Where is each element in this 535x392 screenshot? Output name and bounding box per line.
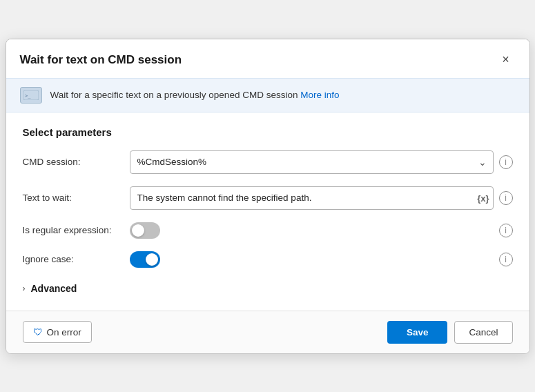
save-button[interactable]: Save: [387, 321, 448, 344]
text-to-wait-input[interactable]: [130, 186, 494, 210]
regex-toggle[interactable]: [130, 222, 160, 239]
ignore-case-toggle-container: [130, 251, 160, 268]
regex-info-icon[interactable]: i: [499, 224, 513, 237]
ignore-case-toggle-knob: [146, 253, 158, 266]
on-error-label: On error: [47, 327, 81, 337]
shield-icon: 🛡: [33, 326, 43, 337]
dialog-body: Select parameters CMD session: %CmdSessi…: [6, 112, 529, 311]
regex-label: Is regular expression:: [23, 225, 130, 235]
ignore-case-label: Ignore case:: [23, 254, 130, 264]
text-to-wait-row: Text to wait: {x} i: [23, 186, 513, 210]
ignore-case-row: Ignore case: i: [23, 251, 513, 268]
cancel-button[interactable]: Cancel: [454, 321, 512, 344]
dialog-footer: 🛡 On error Save Cancel: [6, 311, 529, 353]
advanced-section[interactable]: › Advanced: [23, 280, 513, 297]
cmd-session-label: CMD session:: [23, 157, 130, 167]
text-to-wait-control: {x} i: [130, 186, 513, 210]
regex-row: Is regular expression: i: [23, 222, 513, 239]
dialog-header: Wait for text on CMD session ×: [6, 39, 529, 78]
cmd-session-select[interactable]: %CmdSession%: [130, 150, 494, 174]
regex-toggle-container: [130, 222, 160, 239]
dialog-container: Wait for text on CMD session × >_ Wait f…: [6, 39, 530, 354]
svg-text:>_: >_: [25, 93, 31, 99]
close-button[interactable]: ×: [496, 50, 516, 70]
info-banner: >_ Wait for a specific text on a previou…: [6, 78, 529, 112]
on-error-button[interactable]: 🛡 On error: [23, 321, 92, 343]
text-to-wait-label: Text to wait:: [23, 193, 130, 203]
ignore-case-toggle[interactable]: [130, 251, 160, 268]
footer-right: Save Cancel: [387, 321, 513, 344]
advanced-label: Advanced: [31, 283, 77, 294]
more-info-link[interactable]: More info: [300, 90, 339, 100]
ignore-case-info-icon[interactable]: i: [499, 253, 513, 266]
cmd-session-row: CMD session: %CmdSession% ⌄ i: [23, 150, 513, 174]
regex-toggle-knob: [132, 224, 144, 237]
cmd-icon: >_: [20, 87, 42, 104]
section-title: Select parameters: [23, 126, 513, 138]
dialog-title: Wait for text on CMD session: [20, 53, 182, 67]
cmd-session-control: %CmdSession% ⌄ i: [130, 150, 513, 174]
variable-button[interactable]: {x}: [477, 193, 489, 203]
ignore-case-control: i: [130, 251, 513, 268]
cmd-session-info-icon[interactable]: i: [499, 155, 513, 169]
cmd-session-select-wrap: %CmdSession% ⌄: [130, 150, 494, 174]
text-to-wait-info-icon[interactable]: i: [499, 191, 513, 205]
regex-control: i: [130, 222, 513, 239]
banner-text: Wait for a specific text on a previously…: [50, 90, 340, 100]
advanced-chevron-icon: ›: [23, 284, 26, 293]
text-to-wait-input-wrap: {x}: [130, 186, 494, 210]
